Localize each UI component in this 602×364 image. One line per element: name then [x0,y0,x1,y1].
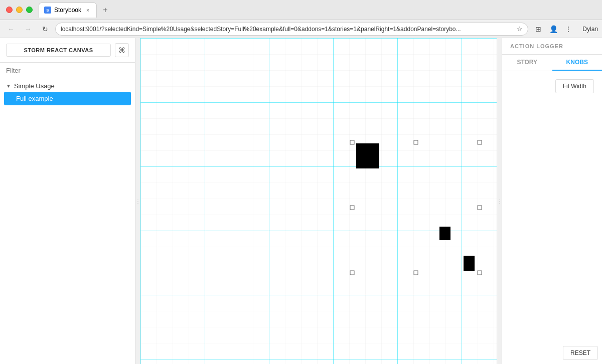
forward-button[interactable]: → [21,22,35,36]
maximize-button[interactable] [26,7,33,13]
extensions-button[interactable]: ⊞ [531,22,545,36]
canvas-node-2[interactable] [439,227,450,240]
fit-width-button[interactable]: Fit Width [555,79,594,93]
grid-canvas[interactable] [140,38,497,364]
selection-handle-tl[interactable] [350,140,354,144]
reload-button[interactable]: ↻ [38,22,52,36]
chevron-down-icon: ▼ [6,83,11,89]
canvas-wrapper[interactable] [140,38,497,364]
nav-group-label: Simple Usage [14,82,55,90]
nav-section: ▼ Simple Usage Full example [0,78,135,107]
url-icons: ☆ [517,25,523,33]
back-button[interactable]: ← [4,22,18,36]
titlebar: S Storybook × + [0,0,602,20]
profile-button[interactable]: 👤 [546,22,560,36]
canvas-node-1[interactable] [356,143,379,168]
right-panel-header: ACTION LOGGER [502,38,602,55]
canvas-area: ⋮ [135,38,502,364]
right-panel-content: Fit Width [502,71,602,346]
tab-favicon: S [44,7,51,14]
nav-group-simple-usage[interactable]: ▼ Simple Usage [0,80,135,92]
drag-handle-right[interactable]: ⋮ [497,38,502,364]
selection-handle-bm[interactable] [414,271,418,275]
right-panel: ACTION LOGGER STORY KNOBS Fit Width RESE… [502,38,602,364]
user-name: Dylan [582,26,598,33]
bookmark-icon[interactable]: ☆ [517,25,523,33]
svg-rect-1 [140,38,497,364]
canvas-node-3[interactable] [464,256,475,271]
selection-handle-bl[interactable] [350,271,354,275]
tab-story[interactable]: STORY [502,55,552,71]
filter-input[interactable] [6,67,129,74]
selection-handle-tm[interactable] [414,140,418,144]
nav-item-full-example[interactable]: Full example [4,92,131,105]
reset-button[interactable]: RESET [563,346,598,360]
traffic-lights [6,7,33,13]
keyboard-shortcut: ⌘ [115,43,129,57]
new-tab-button[interactable]: + [99,4,112,17]
url-bar[interactable]: localhost:9001/?selectedKind=Simple%20Us… [55,23,528,36]
drag-handle-left[interactable]: ⋮ [135,38,140,364]
tab-bar: S Storybook × + [39,3,112,18]
sidebar: STORM REACT CANVAS ⌘ ▼ Simple Usage Full… [0,38,135,364]
sidebar-title-button[interactable]: STORM REACT CANVAS [6,44,111,57]
selection-handle-tr[interactable] [478,140,482,144]
right-nav-icons: ⊞ 👤 ⋮ [531,22,575,36]
tab-title: Storybook [54,7,81,14]
tab-close-button[interactable]: × [84,7,91,14]
right-panel-tabs: STORY KNOBS [502,55,602,71]
selection-handle-mr[interactable] [478,206,482,210]
sidebar-header: STORM REACT CANVAS ⌘ [0,38,135,63]
browser-tab[interactable]: S Storybook × [39,3,97,18]
minimize-button[interactable] [16,7,23,13]
canvas-svg [140,38,497,364]
selection-handle-ml[interactable] [350,206,354,210]
app-layout: STORM REACT CANVAS ⌘ ▼ Simple Usage Full… [0,38,602,364]
close-button[interactable] [6,7,13,13]
selection-handle-br[interactable] [478,271,482,275]
url-text: localhost:9001/?selectedKind=Simple%20Us… [61,26,515,33]
menu-button[interactable]: ⋮ [561,22,575,36]
tab-knobs[interactable]: KNOBS [552,55,603,71]
addressbar: ← → ↻ localhost:9001/?selectedKind=Simpl… [0,20,602,38]
